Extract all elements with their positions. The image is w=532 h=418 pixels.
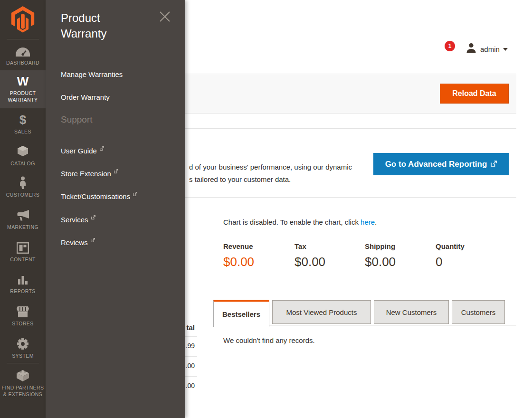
flyout-title: Product Warranty <box>61 10 146 41</box>
stat-label: Tax <box>294 242 325 250</box>
tab-new-customers[interactable]: New Customers <box>374 300 449 324</box>
stat-value: 0 <box>436 255 465 269</box>
external-link-icon <box>491 160 497 169</box>
marketing-icon <box>0 209 46 221</box>
stat-revenue: Revenue $0.00 <box>223 242 254 269</box>
stat-shipping: Shipping $0.00 <box>365 242 396 269</box>
notification-badge[interactable]: 1 <box>445 41 455 51</box>
advanced-reporting-text-line1: d of your business' performance, using o… <box>189 163 352 171</box>
stat-value: $0.00 <box>365 255 396 269</box>
system-icon <box>0 337 46 350</box>
magento-logo[interactable] <box>10 6 35 35</box>
external-link-icon <box>100 144 104 152</box>
content-icon <box>0 241 46 254</box>
tab-most-viewed-products[interactable]: Most Viewed Products <box>272 300 371 324</box>
stat-quantity: Quantity 0 <box>436 242 465 269</box>
advanced-reporting-text-line2: s tailored to your customer data. <box>189 175 291 183</box>
flyout-section-heading: Support <box>61 114 93 125</box>
sidebar-item-customers[interactable]: CUSTOMERS <box>0 176 46 198</box>
flyout-close-button[interactable] <box>158 10 171 24</box>
caret-down-icon <box>503 48 508 51</box>
stores-icon <box>0 305 46 318</box>
external-link-icon <box>133 190 137 198</box>
chart-disabled-notice: Chart is disabled. To enable the chart, … <box>223 218 377 226</box>
sidebar-item-content[interactable]: CONTENT <box>0 241 46 263</box>
external-link-icon <box>91 236 95 244</box>
find-partners-icon <box>0 369 46 382</box>
stat-value: $0.00 <box>223 255 254 269</box>
sidebar-item-catalog[interactable]: CATALOG <box>0 145 46 167</box>
sidebar-item-reports[interactable]: REPORTS <box>0 273 46 294</box>
empty-records-message: We couldn't find any records. <box>223 336 315 344</box>
dashboard-icon <box>0 44 46 57</box>
stat-label: Shipping <box>365 242 396 250</box>
menu-item-ticket-customisations[interactable]: Ticket/Customisations <box>61 190 137 200</box>
account-username: admin <box>480 45 500 53</box>
customers-icon <box>0 176 46 189</box>
sidebar-item-dashboard[interactable]: DASHBOARD <box>0 44 46 66</box>
account-menu[interactable]: admin <box>466 43 508 55</box>
sidebar-item-stores[interactable]: STORES <box>0 305 46 327</box>
sidebar-item-marketing[interactable]: MARKETING <box>0 209 46 230</box>
sales-icon: $ <box>0 113 46 126</box>
reload-data-button[interactable]: Reload Data <box>440 84 509 104</box>
close-icon <box>159 17 171 24</box>
go-to-advanced-reporting-button[interactable]: Go to Advanced Reporting <box>373 153 509 175</box>
tab-bestsellers[interactable]: Bestsellers <box>213 300 269 327</box>
table-row-divider <box>185 376 197 377</box>
menu-item-manage-warranties[interactable]: Manage Warranties <box>61 70 123 78</box>
product-warranty-flyout: Product Warranty Manage Warranties Order… <box>46 0 185 418</box>
stat-label: Revenue <box>223 242 254 250</box>
tab-customers[interactable]: Customers <box>452 300 505 324</box>
menu-item-store-extension[interactable]: Store Extension <box>61 167 118 178</box>
sidebar-divider <box>7 39 39 39</box>
user-avatar-icon <box>466 42 477 56</box>
table-row-divider <box>185 336 197 337</box>
menu-item-order-warranty[interactable]: Order Warranty <box>61 93 110 101</box>
product-warranty-icon: W <box>0 75 46 87</box>
sidebar-item-product-warranty[interactable]: W PRODUCT WARRANTY <box>0 70 46 108</box>
sidebar-divider <box>7 363 39 363</box>
stat-value: $0.00 <box>294 255 325 269</box>
sidebar: DASHBOARD W PRODUCT WARRANTY $ SALES CAT… <box>0 0 46 418</box>
menu-item-services[interactable]: Services <box>61 213 95 224</box>
catalog-icon <box>0 145 46 158</box>
sidebar-item-sales[interactable]: $ SALES <box>0 113 46 135</box>
enable-chart-link[interactable]: here <box>361 218 375 226</box>
table-row-divider <box>185 356 197 357</box>
menu-item-reviews[interactable]: Reviews <box>61 236 95 247</box>
external-link-icon <box>91 213 95 221</box>
reports-icon <box>0 273 46 285</box>
magento-admin-dashboard: 1 admin Reload Data d of your business' … <box>0 0 532 418</box>
stat-tax: Tax $0.00 <box>294 242 325 269</box>
sidebar-item-system[interactable]: SYSTEM <box>0 337 46 359</box>
sidebar-item-find-partners[interactable]: FIND PARTNERS & EXTENSIONS <box>0 369 46 398</box>
menu-item-user-guide[interactable]: User Guide <box>61 144 104 155</box>
stat-label: Quantity <box>436 242 465 250</box>
external-link-icon <box>114 167 118 175</box>
